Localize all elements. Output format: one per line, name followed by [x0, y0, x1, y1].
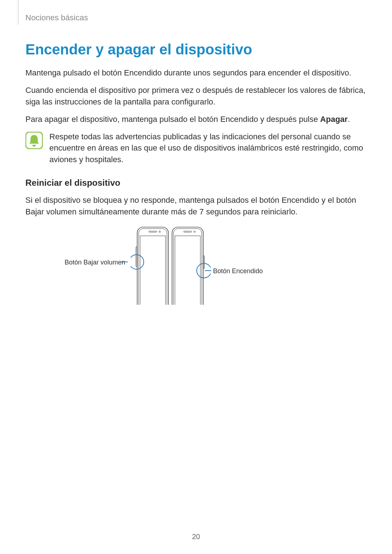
- subheading-restart: Reiniciar el dispositivo: [25, 178, 367, 188]
- content: Encender y apagar el dispositivo Manteng…: [25, 14, 367, 305]
- note-text: Respete todas las advertencias publicada…: [49, 131, 367, 166]
- paragraph-2: Cuando encienda el dispositivo por prime…: [25, 85, 367, 108]
- paragraph-1: Mantenga pulsado el botón Encendido dura…: [25, 67, 367, 79]
- page-title: Encender y apagar el dispositivo: [25, 41, 367, 58]
- vertical-rule: [18, 0, 19, 25]
- paragraph-3-text: Para apagar el dispositivo, mantenga pul…: [25, 115, 320, 124]
- paragraph-4: Si el dispositivo se bloquea y no respon…: [25, 194, 367, 218]
- paragraph-3: Para apagar el dispositivo, mantenga pul…: [25, 114, 367, 125]
- bell-icon: [25, 132, 43, 149]
- paragraph-3-tail: .: [348, 115, 350, 124]
- device-diagram: Botón Bajar volumen Botón Encendido: [25, 225, 367, 305]
- page-number: 20: [0, 533, 392, 541]
- note-block: Respete todas las advertencias publicada…: [25, 131, 367, 166]
- connector-lines: [25, 225, 367, 305]
- paragraph-3-bold: Apagar: [320, 115, 348, 124]
- page: Nociones básicas Encender y apagar el di…: [0, 0, 392, 554]
- breadcrumb: Nociones básicas: [25, 13, 88, 22]
